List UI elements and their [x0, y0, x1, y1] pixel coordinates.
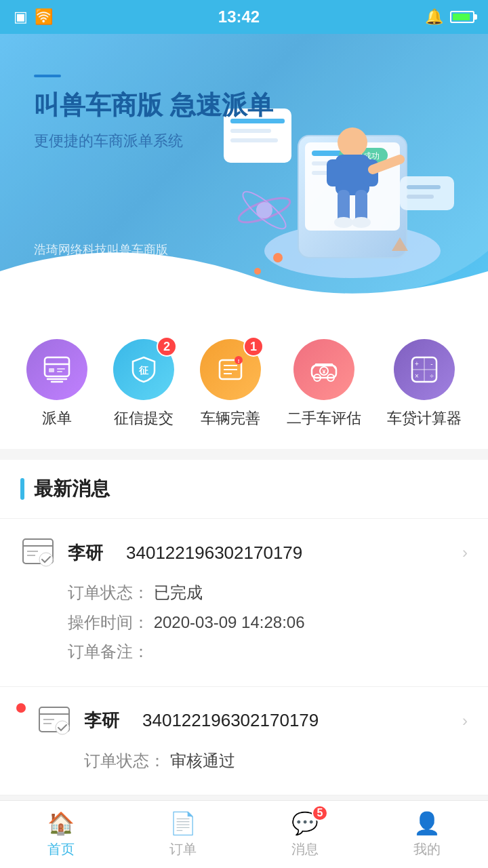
status-value-1: 已完成 [154, 583, 203, 601]
profile-icon: 👤 [413, 811, 441, 835]
time-value-1: 2020-03-09 14:28:06 [154, 613, 305, 631]
hero-dot-2 [245, 300, 251, 305]
zhengxin-badge: 2 [157, 336, 177, 357]
svg-point-24 [273, 253, 283, 262]
hero-banner: 叫兽车商版 急速派单 更便捷的车商派单系统 浩琦网络科技叫兽车商版 [0, 34, 488, 319]
status-label-1: 订单状态： [68, 583, 149, 601]
action-ershouche[interactable]: ¥ 二手车评估 [287, 339, 361, 429]
message-item-2[interactable]: 李研 340122196302170179 › 订单状态： 审核通过 [0, 687, 488, 796]
ershouche-icon-wrap: ¥ [293, 339, 354, 400]
message-icon-2 [37, 703, 72, 738]
message-item-1[interactable]: 李研 340122196302170179 › 订单状态： 已完成 操作时间： … [0, 519, 488, 687]
svg-rect-13 [407, 185, 441, 189]
message-time-row-1: 操作时间： 2020-03-09 14:28:06 [68, 611, 468, 634]
message-top-2: 李研 340122196302170179 › [20, 703, 468, 738]
orders-icon-wrap: 📄 [169, 810, 197, 836]
message-status-row-2: 订单状态： 审核通过 [84, 749, 468, 772]
chewanshan-label: 车辆完善 [201, 408, 260, 429]
svg-point-25 [254, 268, 261, 275]
section-header: 最新消息 [0, 460, 488, 519]
message-note-row-1: 订单备注： [68, 640, 468, 663]
profile-icon-wrap: 👤 [413, 810, 441, 836]
svg-text:-: - [430, 360, 432, 368]
svg-rect-33 [57, 368, 65, 370]
nav-messages[interactable]: 💬 5 消息 [244, 810, 366, 859]
hero-dot-1 [226, 300, 240, 305]
svg-point-15 [338, 127, 367, 157]
svg-text:!: ! [238, 358, 240, 364]
time-label-1: 操作时间： [68, 613, 149, 631]
svg-rect-32 [49, 368, 54, 372]
zhengxin-icon-wrap: 2 征 [113, 339, 174, 400]
action-cheloan[interactable]: + - × ÷ 车贷计算器 [387, 339, 462, 429]
hero-title: 叫兽车商版 急速派单 [34, 88, 273, 123]
quick-actions: 派单 2 征 征信提交 1 ! [0, 319, 488, 449]
message-icon-1 [20, 535, 56, 570]
messages-icon-wrap: 💬 5 [291, 810, 319, 836]
orders-icon: 📄 [169, 811, 197, 835]
chewanshan-icon: ! [216, 355, 245, 384]
svg-text:÷: ÷ [430, 372, 434, 380]
hero-dot-3 [256, 300, 262, 305]
paidan-icon-wrap [26, 339, 87, 400]
battery-icon [450, 11, 474, 23]
nav-orders[interactable]: 📄 订单 [122, 810, 244, 859]
action-chewanshan[interactable]: 1 ! 车辆完善 [200, 339, 261, 429]
wifi-icon: 🛜 [35, 8, 53, 26]
action-paidan[interactable]: 派单 [26, 339, 87, 429]
bell-icon: 🔔 [425, 8, 443, 26]
svg-rect-12 [400, 176, 454, 210]
svg-text:+: + [415, 360, 419, 368]
orders-label: 订单 [169, 840, 197, 859]
message-arrow-1: › [462, 543, 468, 562]
svg-rect-34 [57, 371, 62, 372]
signal-icon: ▣ [14, 8, 28, 26]
message-left-1: 李研 340122196302170179 [20, 535, 302, 570]
cheloan-label: 车贷计算器 [387, 408, 462, 429]
note-label-1: 订单备注： [68, 642, 149, 660]
ershouche-label: 二手车评估 [287, 408, 361, 429]
svg-rect-17 [327, 159, 342, 186]
svg-rect-30 [45, 357, 69, 376]
nav-profile[interactable]: 👤 我的 [366, 810, 488, 859]
message-id-1: 340122196302170179 [126, 542, 302, 564]
status-time: 13:42 [218, 7, 260, 26]
message-top-1: 李研 340122196302170179 › [20, 535, 468, 570]
message-name-1: 李研 [68, 541, 103, 565]
hero-subtitle: 更便捷的车商派单系统 [34, 131, 273, 151]
svg-rect-14 [407, 195, 434, 199]
paidan-icon [42, 355, 72, 384]
chewanshan-badge: 1 [243, 336, 264, 357]
hero-content: 叫兽车商版 急速派单 更便捷的车商派单系统 [34, 75, 273, 151]
status-right: 🔔 [425, 8, 474, 26]
unread-indicator-2 [16, 703, 26, 713]
message-status-row-1: 订单状态： 已完成 [68, 581, 468, 604]
paidan-label: 派单 [42, 408, 72, 429]
nav-home[interactable]: 🏠 首页 [0, 810, 122, 859]
cheloan-icon-wrap: + - × ÷ [394, 339, 455, 400]
message-id-2: 340122196302170179 [142, 710, 319, 731]
messages-label: 消息 [291, 840, 319, 859]
zhengxin-label: 征信提交 [114, 408, 174, 429]
message-details-1: 订单状态： 已完成 操作时间： 2020-03-09 14:28:06 订单备注… [20, 581, 468, 663]
status-label-2: 订单状态： [84, 751, 165, 770]
message-arrow-2: › [462, 711, 468, 730]
cheloan-icon: + - × ÷ [409, 355, 439, 384]
section-bar [20, 478, 24, 500]
hero-accent-line [34, 75, 61, 77]
svg-text:×: × [415, 372, 419, 380]
message-left-2: 李研 340122196302170179 [37, 703, 319, 738]
status-value-2: 审核通过 [170, 751, 235, 770]
chewanshan-icon-wrap: 1 ! [200, 339, 261, 400]
bottom-nav: 🏠 首页 📄 订单 💬 5 消息 👤 我的 [0, 800, 488, 868]
home-label: 首页 [47, 840, 75, 859]
action-zhengxin[interactable]: 2 征 征信提交 [113, 339, 174, 429]
svg-point-29 [256, 202, 272, 218]
zhengxin-icon: 征 [129, 355, 159, 384]
status-bar: ▣ 🛜 13:42 🔔 [0, 0, 488, 34]
messages-badge: 5 [312, 805, 328, 821]
home-icon-wrap: 🏠 [47, 810, 75, 836]
svg-point-23 [352, 217, 371, 228]
svg-point-22 [334, 217, 353, 228]
profile-label: 我的 [413, 840, 441, 859]
